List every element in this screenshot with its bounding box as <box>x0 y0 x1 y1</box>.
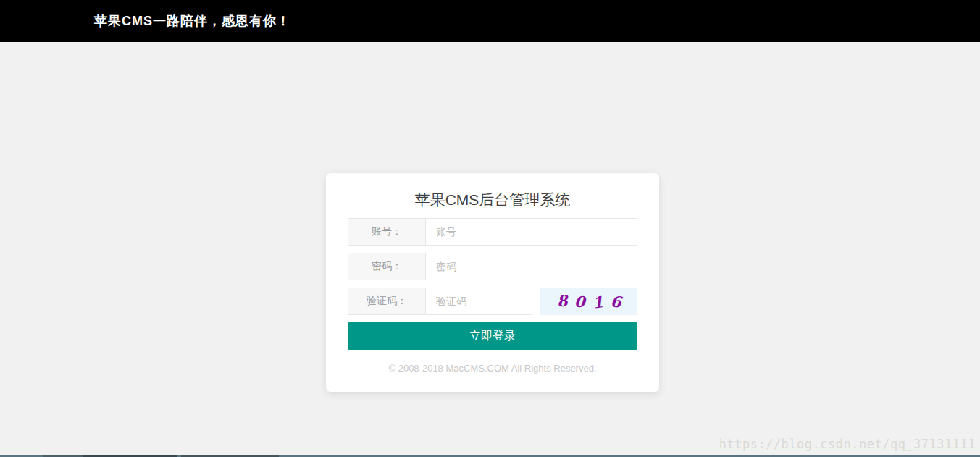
login-card: 苹果CMS后台管理系统 账号： 密码： 验证码： 8 0 1 6 立即登录 © … <box>326 173 659 392</box>
announcement-text: 苹果CMS一路陪伴，感恩有你！ <box>94 12 290 30</box>
account-input[interactable] <box>426 219 637 245</box>
captcha-digit: 1 <box>591 293 604 312</box>
captcha-field-row: 验证码： <box>348 288 532 315</box>
captcha-label: 验证码： <box>348 288 426 314</box>
captcha-digit: 0 <box>574 292 586 311</box>
captcha-image[interactable]: 8 0 1 6 <box>540 288 637 315</box>
password-field-row: 密码： <box>348 253 637 280</box>
captcha-input[interactable] <box>426 288 532 314</box>
captcha-digit: 8 <box>556 291 568 310</box>
account-field-row: 账号： <box>348 218 637 246</box>
captcha-row: 验证码： 8 0 1 6 <box>348 288 637 315</box>
password-label: 密码： <box>348 253 426 280</box>
copyright-text: © 2008-2018 MacCMS.COM All Rights Reserv… <box>348 363 637 374</box>
top-announcement-bar: 苹果CMS一路陪伴，感恩有你！ <box>0 0 980 42</box>
login-title: 苹果CMS后台管理系统 <box>348 188 637 211</box>
login-button[interactable]: 立即登录 <box>348 322 637 350</box>
captcha-digit: 6 <box>609 292 621 311</box>
csdn-watermark: https://blog.csdn.net/qq_37131111 <box>719 437 976 451</box>
password-input[interactable] <box>426 253 637 280</box>
account-label: 账号： <box>348 219 426 245</box>
